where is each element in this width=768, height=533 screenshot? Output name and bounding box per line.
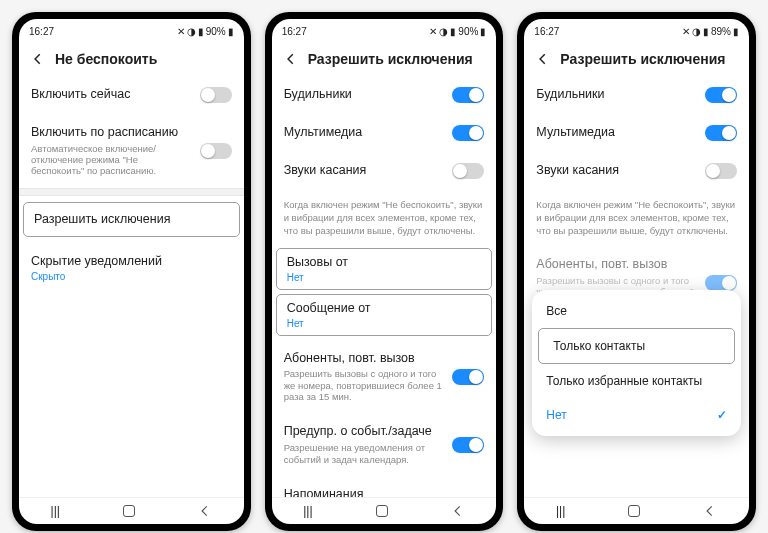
mute-icon: ✕ xyxy=(429,26,437,37)
toggle-switch[interactable] xyxy=(705,87,737,103)
battery-icon: ▮ xyxy=(733,26,739,37)
reminders[interactable]: НапоминанияРазрешите получение напоминан… xyxy=(272,476,497,497)
helper-text: Когда включен режим "Не беспокоить", зву… xyxy=(272,190,497,246)
row-value: Нет xyxy=(287,272,482,283)
row-value: Скрыто xyxy=(31,271,232,282)
option-label: Только контакты xyxy=(553,339,645,353)
status-time: 16:27 xyxy=(282,26,307,37)
phone-frame: 16:27 ✕◑▮89%▮ Разрешить исключения Будил… xyxy=(517,12,756,531)
status-bar: 16:27 ✕◑▮90%▮ xyxy=(272,19,497,41)
back-icon[interactable] xyxy=(536,52,550,66)
allow-exceptions[interactable]: Разрешить исключения xyxy=(23,202,240,238)
nav-home-icon[interactable] xyxy=(123,505,135,517)
toggle-switch[interactable] xyxy=(705,163,737,179)
row-sub: Автоматическое включение/отключение режи… xyxy=(31,143,190,177)
header: Разрешить исключения xyxy=(524,41,749,76)
event-alerts[interactable]: Предупр. о событ./задачеРазрешение на ув… xyxy=(272,413,497,475)
battery-text: 90% xyxy=(458,26,478,37)
row-label: Сообщение от xyxy=(287,301,482,317)
toggle-schedule[interactable]: Включить по расписанию Автоматическое вк… xyxy=(19,114,244,188)
mute-icon: ✕ xyxy=(177,26,185,37)
option-contacts-only[interactable]: Только контакты xyxy=(538,328,735,364)
row-label: Звуки касания xyxy=(284,163,367,179)
status-bar: 16:27 ✕◑▮89%▮ xyxy=(524,19,749,41)
back-icon[interactable] xyxy=(284,52,298,66)
row-label: Разрешить исключения xyxy=(34,212,170,228)
mute-icon: ✕ xyxy=(682,26,690,37)
row-label: Мультимедиа xyxy=(284,125,363,141)
wifi-icon: ◑ xyxy=(187,26,196,37)
page-title: Разрешить исключения xyxy=(308,51,473,67)
hide-notifications[interactable]: Скрытие уведомлений Скрыто xyxy=(19,243,244,293)
signal-icon: ▮ xyxy=(198,26,204,37)
phone-frame: 16:27 ✕◑▮90%▮ Разрешить исключения Будил… xyxy=(265,12,504,531)
battery-icon: ▮ xyxy=(480,26,486,37)
signal-icon: ▮ xyxy=(703,26,709,37)
battery-icon: ▮ xyxy=(228,26,234,37)
toggle-switch[interactable] xyxy=(705,125,737,141)
page-title: Не беспокоить xyxy=(55,51,157,67)
toggle-touch-sounds[interactable]: Звуки касания xyxy=(272,152,497,190)
toggle-now[interactable]: Включить сейчас xyxy=(19,76,244,114)
nav-back-icon[interactable] xyxy=(451,504,465,518)
nav-recent-icon[interactable]: ||| xyxy=(556,504,565,518)
header: Разрешить исключения xyxy=(272,41,497,76)
signal-icon: ▮ xyxy=(450,26,456,37)
row-label: Вызовы от xyxy=(287,255,482,271)
nav-back-icon[interactable] xyxy=(198,504,212,518)
row-label: Мультимедиа xyxy=(536,125,615,141)
status-bar: 16:27 ✕ ◑ ▮ 90% ▮ xyxy=(19,19,244,41)
nav-bar: ||| xyxy=(524,497,749,524)
row-label: Включить сейчас xyxy=(31,87,190,103)
row-sub: Разрешение на уведомления от событий и з… xyxy=(284,442,443,465)
toggle-touch-sounds[interactable]: Звуки касания xyxy=(524,152,749,190)
option-all[interactable]: Все xyxy=(532,294,741,328)
nav-bar: ||| xyxy=(272,497,497,524)
toggle-switch[interactable] xyxy=(452,87,484,103)
nav-home-icon[interactable] xyxy=(376,505,388,517)
toggle-media[interactable]: Мультимедиа xyxy=(272,114,497,152)
status-time: 16:27 xyxy=(534,26,559,37)
back-icon[interactable] xyxy=(31,52,45,66)
toggle-switch[interactable] xyxy=(452,125,484,141)
toggle-alarms[interactable]: Будильники xyxy=(272,76,497,114)
option-favorites-only[interactable]: Только избранные контакты xyxy=(532,364,741,398)
row-label: Включить по расписанию xyxy=(31,125,190,141)
option-label: Все xyxy=(546,304,567,318)
toggle-switch[interactable] xyxy=(452,163,484,179)
nav-home-icon[interactable] xyxy=(628,505,640,517)
row-label: Будильники xyxy=(536,87,604,103)
toggle-switch[interactable] xyxy=(452,437,484,453)
option-label: Только избранные контакты xyxy=(546,374,702,388)
nav-recent-icon[interactable]: ||| xyxy=(303,504,312,518)
row-label: Абоненты, повт. вызов xyxy=(284,351,443,367)
helper-text: Когда включен режим "Не беспокоить", зву… xyxy=(524,190,749,246)
page-title: Разрешить исключения xyxy=(560,51,725,67)
row-sub: Разрешить вызовы с одного и того же номе… xyxy=(284,368,443,402)
battery-text: 89% xyxy=(711,26,731,37)
toggle-media[interactable]: Мультимедиа xyxy=(524,114,749,152)
nav-back-icon[interactable] xyxy=(703,504,717,518)
wifi-icon: ◑ xyxy=(439,26,448,37)
options-popup: Все Только контакты Только избранные кон… xyxy=(532,290,741,436)
header: Не беспокоить xyxy=(19,41,244,76)
nav-recent-icon[interactable]: ||| xyxy=(51,504,60,518)
separator xyxy=(19,188,244,196)
repeat-callers[interactable]: Абоненты, повт. вызовРазрешить вызовы с … xyxy=(272,340,497,414)
nav-bar: ||| xyxy=(19,497,244,524)
row-value: Нет xyxy=(287,318,482,329)
toggle-switch[interactable] xyxy=(200,87,232,103)
phone-frame: 16:27 ✕ ◑ ▮ 90% ▮ Не беспокоить Включить… xyxy=(12,12,251,531)
toggle-alarms[interactable]: Будильники xyxy=(524,76,749,114)
option-none[interactable]: Нет✓ xyxy=(532,398,741,432)
calls-from[interactable]: Вызовы отНет xyxy=(276,248,493,290)
toggle-switch[interactable] xyxy=(200,143,232,159)
check-icon: ✓ xyxy=(717,408,727,422)
status-time: 16:27 xyxy=(29,26,54,37)
row-label: Абоненты, повт. вызов xyxy=(536,257,695,273)
wifi-icon: ◑ xyxy=(692,26,701,37)
messages-from[interactable]: Сообщение отНет xyxy=(276,294,493,336)
toggle-switch[interactable] xyxy=(452,369,484,385)
row-label: Звуки касания xyxy=(536,163,619,179)
row-label: Скрытие уведомлений xyxy=(31,254,232,270)
